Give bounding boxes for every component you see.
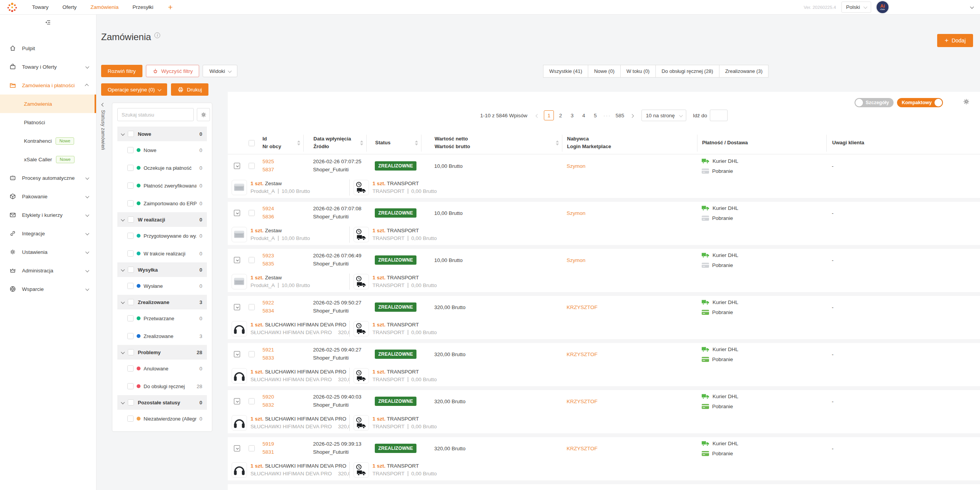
order-foreign-id-link[interactable]: 5834 — [262, 308, 274, 314]
expand-row-toggle[interactable] — [234, 445, 240, 451]
status-row[interactable]: Problemy 28 — [117, 345, 207, 360]
page-number-button[interactable]: 5 — [590, 110, 600, 120]
quick-filter-tab[interactable]: Do obsługi ręcznej (28) — [656, 65, 719, 78]
order-id-link[interactable]: 5920 — [262, 394, 274, 400]
status-row[interactable]: Zaimportowano do ERP 0 — [117, 194, 207, 212]
buyer-link[interactable]: KRZYSZTOF — [567, 399, 597, 404]
status-row[interactable]: Anulowane 0 — [117, 360, 207, 377]
expand-row-toggle[interactable] — [234, 210, 240, 216]
topbar-collapse-chevron-icon[interactable] — [970, 5, 974, 9]
status-checkbox[interactable] — [127, 365, 134, 372]
status-checkbox[interactable] — [128, 267, 134, 273]
add-order-button[interactable]: + Dodaj — [937, 34, 973, 47]
buyer-link[interactable]: Szymon — [567, 163, 586, 169]
sidebar-submenu-item[interactable]: Płatności — [0, 113, 96, 132]
status-settings-button[interactable] — [197, 108, 210, 121]
page-number-button[interactable]: ··· — [602, 110, 613, 120]
sidebar-item-pakowanie[interactable]: Pakowanie — [0, 187, 96, 206]
status-checkbox[interactable] — [128, 131, 134, 137]
sort-icon[interactable] — [556, 140, 559, 145]
order-id-link[interactable]: 5925 — [262, 159, 274, 165]
buyer-link[interactable]: KRZYSZTOF — [567, 446, 597, 451]
row-checkbox[interactable] — [249, 304, 255, 310]
row-checkbox[interactable] — [249, 257, 255, 263]
row-checkbox[interactable] — [249, 163, 255, 169]
order-foreign-id-link[interactable]: 5831 — [262, 449, 274, 455]
status-row[interactable]: Wysyłka 0 — [117, 262, 207, 277]
status-search-input[interactable] — [117, 108, 194, 121]
order-id-link[interactable]: 5923 — [262, 253, 274, 259]
order-id-link[interactable]: 5924 — [262, 206, 274, 212]
buyer-link[interactable]: KRZYSZTOF — [567, 304, 597, 310]
order-foreign-id-link[interactable]: 5832 — [262, 402, 274, 408]
status-row[interactable]: Zrealizowane 3 — [117, 295, 207, 309]
status-checkbox[interactable] — [127, 165, 134, 171]
order-id-link[interactable]: 5921 — [262, 347, 274, 353]
language-selector[interactable]: Polski — [841, 2, 871, 13]
order-foreign-id-link[interactable]: 5835 — [262, 261, 274, 267]
xsale-logo-icon[interactable] — [7, 2, 17, 12]
column-header-status[interactable]: Status — [366, 135, 421, 152]
status-checkbox[interactable] — [127, 250, 134, 257]
nav-item[interactable]: Towary — [32, 4, 49, 10]
quick-filter-tab[interactable]: Wszystkie (41) — [543, 65, 588, 78]
sidebar-item-wsparcie[interactable]: Wsparcie — [0, 280, 96, 298]
sidebar-item-zamowienia-i-platnosci[interactable]: Zamówienia i płatności — [0, 76, 96, 95]
quick-filter-tab[interactable]: W toku (0) — [621, 65, 656, 78]
sidebar-item-administracja[interactable]: Administracja — [0, 261, 96, 280]
status-row[interactable]: W trakcie realizacji 0 — [117, 245, 207, 262]
status-checkbox[interactable] — [127, 233, 134, 239]
quick-filter-tab[interactable]: Nowe (0) — [588, 65, 621, 78]
column-header-buyer[interactable]: NabywcaLogin Marketplace — [562, 135, 697, 152]
batch-operations-button[interactable]: Operacje seryjne (0) — [101, 83, 167, 96]
sidebar-item-integracje[interactable]: Integracje — [0, 224, 96, 243]
buyer-link[interactable]: Szymon — [567, 257, 586, 263]
nav-item[interactable]: Zamówienia — [91, 4, 119, 10]
sidebar-item-etykiety-i-kurierzy[interactable]: Etykiety i kurierzy — [0, 206, 96, 224]
status-row[interactable]: Zrealizowane 3 — [117, 327, 207, 345]
per-page-select[interactable]: 10 na stronę — [641, 110, 686, 121]
details-toggle[interactable]: Szczegóły — [855, 98, 894, 107]
views-dropdown-button[interactable]: Widoki — [203, 65, 237, 77]
sidebar-submenu-item[interactable]: Zamówienia — [0, 95, 96, 113]
status-checkbox[interactable] — [128, 216, 134, 223]
compact-toggle[interactable]: Kompaktowy — [897, 98, 943, 107]
order-id-link[interactable]: 5922 — [262, 300, 274, 306]
sidebar-item-procesy-automatyczne[interactable]: Procesy automatyczne — [0, 169, 96, 187]
status-row[interactable]: Nowe 0 — [117, 141, 207, 159]
status-row[interactable]: Wysłane 0 — [117, 277, 207, 295]
sidebar-collapse-icon[interactable] — [45, 19, 52, 26]
info-icon[interactable]: i — [154, 32, 160, 38]
status-checkbox[interactable] — [127, 200, 134, 206]
clear-filters-button[interactable]: Wyczyść filtry — [146, 65, 200, 77]
expand-filters-button[interactable]: Rozwiń filtry — [101, 65, 142, 77]
sidebar-item-pulpit[interactable]: Pulpit — [0, 39, 96, 57]
sort-icon[interactable] — [415, 140, 418, 145]
order-foreign-id-link[interactable]: 5836 — [262, 214, 274, 220]
page-number-button[interactable]: 585 — [614, 110, 626, 120]
status-checkbox[interactable] — [127, 383, 134, 389]
expand-row-toggle[interactable] — [234, 163, 240, 169]
quick-filter-tab[interactable]: Zrealizowane (3) — [719, 65, 769, 78]
expand-row-toggle[interactable] — [234, 257, 240, 263]
sidebar-item-towary-i-oferty[interactable]: Towary i Oferty — [0, 57, 96, 76]
select-all-checkbox[interactable] — [249, 140, 255, 146]
goto-page-input[interactable] — [710, 110, 728, 121]
status-row[interactable]: W realizacji 0 — [117, 212, 207, 227]
nav-add-icon[interactable]: + — [168, 3, 173, 11]
expand-row-toggle[interactable] — [234, 304, 240, 310]
status-checkbox[interactable] — [127, 333, 134, 339]
nav-item[interactable]: Oferty — [63, 4, 77, 10]
status-checkbox[interactable] — [127, 182, 134, 189]
buyer-link[interactable]: KRZYSZTOF — [567, 351, 597, 357]
order-foreign-id-link[interactable]: 5837 — [262, 167, 274, 173]
page-number-button[interactable]: 4 — [579, 110, 589, 120]
order-foreign-id-link[interactable]: 5833 — [262, 355, 274, 361]
row-checkbox[interactable] — [249, 210, 255, 216]
status-checkbox[interactable] — [127, 283, 134, 289]
row-checkbox[interactable] — [249, 351, 255, 357]
status-checkbox[interactable] — [127, 147, 134, 153]
column-header-value[interactable]: Wartość nettoWartość brutto — [421, 135, 562, 152]
column-header-date[interactable]: Data wpłynięciaŹródło — [303, 135, 366, 152]
sort-icon[interactable] — [297, 140, 300, 145]
